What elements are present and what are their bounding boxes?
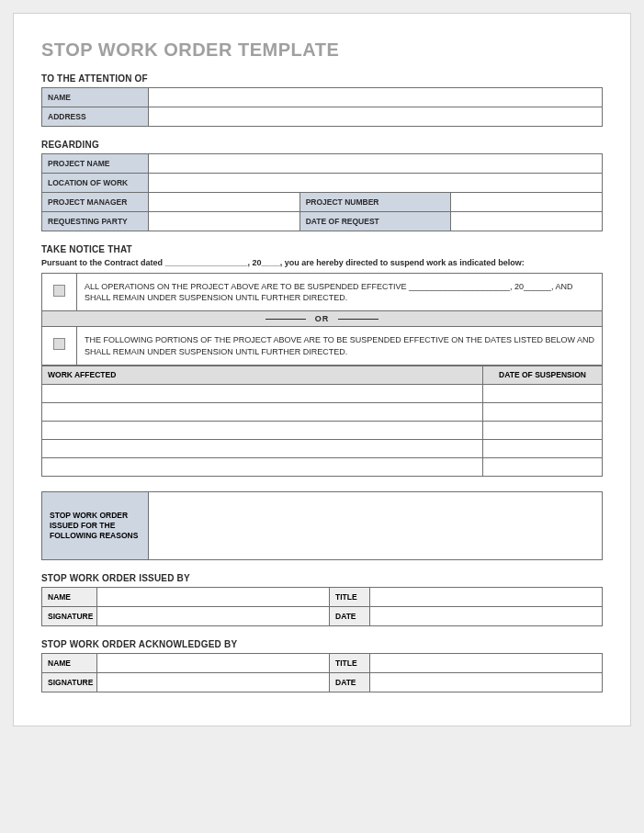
work-affected-header: WORK AFFECTED [42, 366, 483, 384]
issued-by-table: NAME TITLE SIGNATURE DATE [41, 587, 603, 626]
date-suspension-cell[interactable] [483, 421, 603, 439]
work-affected-cell[interactable] [42, 439, 483, 457]
date-suspension-cell[interactable] [483, 402, 603, 421]
ack-heading: STOP WORK ORDER ACKNOWLEDGED BY [41, 639, 603, 649]
requesting-party-label: REQUESTING PARTY [42, 212, 149, 231]
pm-field[interactable] [149, 193, 300, 212]
option2-checkbox[interactable] [53, 338, 65, 350]
ack-title-field[interactable] [370, 653, 603, 672]
table-row [42, 384, 603, 402]
attention-name-label: NAME [42, 88, 149, 107]
work-affected-cell[interactable] [42, 457, 483, 476]
issued-title-label: TITLE [330, 587, 370, 606]
date-of-request-field[interactable] [451, 212, 603, 231]
ack-title-label: TITLE [330, 653, 370, 672]
issued-signature-label: SIGNATURE [42, 606, 97, 625]
ack-signature-field[interactable] [97, 672, 330, 692]
ack-name-field[interactable] [97, 653, 330, 672]
ack-date-field[interactable] [370, 672, 603, 692]
issued-heading: STOP WORK ORDER ISSUED BY [41, 573, 603, 583]
option1-checkbox[interactable] [53, 285, 65, 297]
date-of-request-label: DATE OF REQUEST [299, 212, 451, 231]
project-number-field[interactable] [451, 193, 603, 212]
issued-name-label: NAME [42, 587, 97, 606]
ack-signature-label: SIGNATURE [42, 672, 97, 692]
attention-table: NAME ADDRESS [41, 87, 603, 127]
notice-heading: TAKE NOTICE THAT [41, 244, 603, 254]
divider-line-icon [338, 319, 378, 320]
issued-title-field[interactable] [370, 587, 603, 606]
ack-date-label: DATE [330, 672, 370, 692]
ack-name-label: NAME [42, 653, 97, 672]
table-row [42, 402, 603, 421]
project-name-label: PROJECT NAME [42, 154, 149, 174]
date-suspension-header: DATE OF SUSPENSION [483, 366, 603, 384]
project-name-field[interactable] [149, 154, 603, 174]
table-row [42, 421, 603, 439]
regarding-table: PROJECT NAME LOCATION OF WORK PROJECT MA… [41, 153, 603, 231]
notice-options-table: ALL OPERATIONS ON THE PROJECT ABOVE ARE … [41, 273, 603, 366]
attention-address-label: ADDRESS [42, 107, 149, 127]
reasons-field[interactable] [149, 491, 603, 559]
work-affected-cell[interactable] [42, 421, 483, 439]
reasons-label: STOP WORK ORDER ISSUED FOR THE FOLLOWING… [42, 491, 149, 559]
date-suspension-cell[interactable] [483, 439, 603, 457]
option1-text: ALL OPERATIONS ON THE PROJECT ABOVE ARE … [77, 274, 603, 311]
or-label: OR [315, 314, 330, 323]
issued-name-field[interactable] [97, 587, 330, 606]
option2-checkbox-cell [42, 327, 77, 365]
work-affected-cell[interactable] [42, 402, 483, 421]
work-affected-table: WORK AFFECTED DATE OF SUSPENSION [41, 366, 603, 477]
issued-date-field[interactable] [370, 606, 603, 625]
location-field[interactable] [149, 174, 603, 193]
pm-label: PROJECT MANAGER [42, 193, 149, 212]
attention-name-field[interactable] [149, 88, 603, 107]
page-title: STOP WORK ORDER TEMPLATE [41, 39, 603, 61]
issued-signature-field[interactable] [97, 606, 330, 625]
table-row [42, 439, 603, 457]
attention-heading: TO THE ATTENTION OF [41, 73, 603, 84]
ack-by-table: NAME TITLE SIGNATURE DATE [41, 653, 603, 692]
date-suspension-cell[interactable] [483, 457, 603, 476]
reasons-table: STOP WORK ORDER ISSUED FOR THE FOLLOWING… [41, 491, 603, 560]
attention-address-field[interactable] [149, 107, 603, 127]
notice-intro: Pursuant to the Contract dated _________… [41, 258, 603, 267]
work-affected-cell[interactable] [42, 384, 483, 402]
location-label: LOCATION OF WORK [42, 174, 149, 193]
table-row [42, 457, 603, 476]
or-divider: OR [42, 311, 603, 327]
divider-line-icon [266, 319, 306, 320]
project-number-label: PROJECT NUMBER [299, 193, 451, 212]
document-page: STOP WORK ORDER TEMPLATE TO THE ATTENTIO… [13, 13, 631, 726]
date-suspension-cell[interactable] [483, 384, 603, 402]
regarding-heading: REGARDING [41, 140, 603, 150]
option2-text: THE FOLLOWING PORTIONS OF THE PROJECT AB… [77, 327, 603, 365]
requesting-party-field[interactable] [149, 212, 300, 231]
option1-checkbox-cell [42, 274, 77, 311]
issued-date-label: DATE [330, 606, 370, 625]
